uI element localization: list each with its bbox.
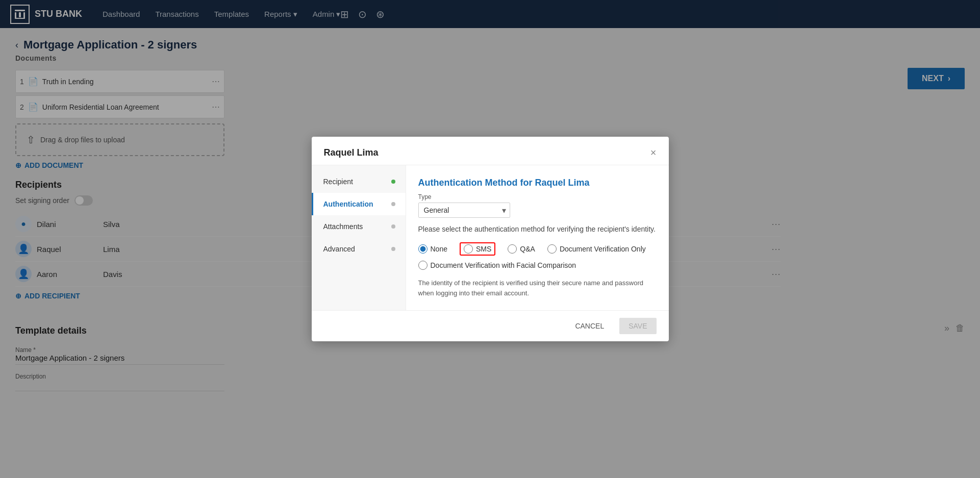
sidebar-attachments-dot [391,224,395,229]
sidebar-authentication-dot [391,202,395,206]
sidebar-item-authentication[interactable]: Authentication [312,193,406,215]
sidebar-advanced-label: Advanced [323,245,355,253]
sidebar-authentication-label: Authentication [323,200,373,208]
modal-header: Raquel Lima × [312,137,669,165]
option-none-label: None [431,245,447,253]
radio-none[interactable] [418,244,428,254]
option-none[interactable]: None [418,244,447,254]
modal-title: Raquel Lima [324,147,379,158]
option-qa[interactable]: Q&A [508,244,535,254]
modal-body: Recipient Authentication Attachments Adv… [312,165,669,310]
save-button[interactable]: SAVE [619,318,656,334]
cancel-button[interactable]: CANCEL [566,318,613,334]
sidebar-attachments-label: Attachments [323,222,363,231]
radio-sms[interactable] [464,244,473,254]
auth-info-text: The identity of the recipient is verifie… [418,278,657,298]
option-facial-label: Document Verification with Facial Compar… [431,261,576,269]
auth-description: Please select the authentication method … [418,225,657,233]
option-sms[interactable]: SMS [464,244,491,254]
radio-options-row1: None SMS Q&A Document Veri [418,242,657,256]
sidebar-recipient-label: Recipient [323,178,353,186]
modal-close-button[interactable]: × [650,147,657,159]
sidebar-recipient-dot [391,180,395,184]
auth-type-select-wrapper: General ▾ [418,203,510,218]
option-doc-verify[interactable]: Document Verification Only [547,244,646,254]
auth-type-label: Type [418,193,657,200]
option-doc-verify-label: Document Verification Only [560,245,646,253]
option-qa-label: Q&A [520,245,535,253]
modal-sidebar: Recipient Authentication Attachments Adv… [312,165,406,310]
auth-type-select[interactable]: General [418,203,510,218]
option-sms-label: SMS [476,245,491,253]
option-sms-highlighted: SMS [460,242,495,256]
radio-facial[interactable] [418,261,428,270]
modal: Raquel Lima × Recipient Authentication A… [312,137,669,341]
radio-qa[interactable] [508,244,517,254]
modal-overlay: Raquel Lima × Recipient Authentication A… [0,0,980,478]
option-facial[interactable]: Document Verification with Facial Compar… [418,261,576,270]
radio-options-row2: Document Verification with Facial Compar… [418,261,657,270]
sidebar-item-advanced[interactable]: Advanced [312,238,406,260]
radio-doc-verify[interactable] [547,244,557,254]
auth-method-heading: Authentication Method for Raquel Lima [418,178,657,188]
modal-main-content: Authentication Method for Raquel Lima Ty… [406,165,669,310]
sidebar-item-recipient[interactable]: Recipient [312,170,406,193]
sidebar-item-attachments[interactable]: Attachments [312,215,406,238]
modal-footer: CANCEL SAVE [312,310,669,341]
sidebar-advanced-dot [391,247,395,251]
